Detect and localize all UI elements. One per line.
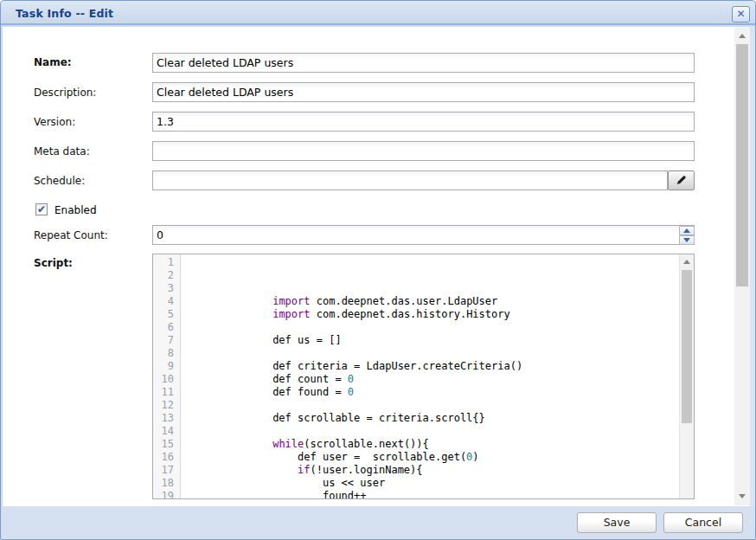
code-line[interactable]: found++ [185, 490, 679, 498]
enabled-label: Enabled [54, 204, 97, 216]
code-line[interactable] [185, 399, 679, 412]
line-number: 6 [153, 321, 180, 334]
code-line[interactable] [185, 321, 679, 334]
code-line[interactable]: us << user [185, 477, 679, 490]
line-number-gutter: 12345678910111213141516171819 [153, 254, 181, 498]
meta-data-input[interactable] [152, 141, 695, 161]
line-number: 19 [153, 490, 180, 499]
description-label: Description: [34, 87, 96, 99]
code-line[interactable]: def found = 0 [185, 386, 679, 399]
schedule-input[interactable] [152, 170, 668, 190]
dialog-scrollbar[interactable] [734, 28, 750, 505]
schedule-label: Schedule: [34, 175, 85, 187]
line-number: 8 [153, 347, 180, 360]
save-button[interactable]: Save [577, 512, 657, 533]
version-input[interactable] [152, 112, 695, 132]
code-line[interactable]: import com.deepnet.das.history.History [185, 308, 679, 321]
dialog-titlebar: Task Info -- Edit ✕ [1, 1, 755, 25]
line-number: 1 [153, 256, 180, 269]
dialog-title: Task Info -- Edit [16, 7, 113, 20]
script-label: Script: [34, 257, 73, 269]
code-line[interactable]: def criteria = LdapUser.createCriteria() [185, 360, 679, 373]
line-number: 18 [153, 477, 180, 490]
code-line[interactable] [185, 256, 679, 269]
task-info-edit-dialog: Task Info -- Edit ✕ Name: Description: V… [0, 0, 756, 540]
editor-scroll-up-icon[interactable] [680, 254, 694, 268]
editor-scrollbar[interactable] [679, 254, 694, 498]
line-number: 7 [153, 334, 180, 347]
script-editor[interactable]: 12345678910111213141516171819 import com… [152, 254, 695, 499]
code-line[interactable] [185, 347, 679, 360]
code-line[interactable]: def us = [] [185, 334, 679, 347]
pencil-icon [675, 173, 688, 189]
repeat-count-label: Repeat Count: [34, 229, 108, 241]
line-number: 11 [153, 386, 180, 399]
editor-scrollbar-thumb[interactable] [682, 270, 692, 423]
line-number: 5 [153, 308, 180, 321]
version-label: Version: [34, 116, 75, 128]
code-line[interactable]: def scrollable = criteria.scroll{} [185, 412, 679, 425]
schedule-edit-button[interactable] [668, 170, 695, 190]
line-number: 2 [153, 269, 180, 282]
line-number: 3 [153, 282, 180, 295]
line-number: 13 [153, 412, 180, 425]
code-line[interactable]: if(!user.loginName){ [185, 464, 679, 477]
cancel-button[interactable]: Cancel [663, 512, 743, 533]
dialog-scroll-up-icon[interactable] [734, 29, 750, 42]
line-number: 16 [153, 451, 180, 464]
line-number: 14 [153, 425, 180, 438]
close-icon[interactable]: ✕ [732, 6, 750, 22]
code-line[interactable]: import com.deepnet.das.user.LdapUser [185, 295, 679, 308]
line-number: 9 [153, 360, 180, 373]
line-number: 15 [153, 438, 180, 451]
line-number: 17 [153, 464, 180, 477]
spinner-up-icon[interactable] [679, 226, 695, 235]
code-line[interactable] [185, 282, 679, 295]
name-input[interactable] [152, 53, 695, 73]
enabled-checkbox[interactable]: ✔ [35, 203, 48, 215]
code-line[interactable]: while(scrollable.next()){ [185, 438, 679, 451]
line-number: 12 [153, 399, 180, 412]
repeat-count-input[interactable] [152, 225, 695, 245]
code-area[interactable]: import com.deepnet.das.user.LdapUser imp… [182, 254, 679, 498]
dialog-scrollbar-thumb[interactable] [736, 44, 748, 286]
code-line[interactable] [185, 269, 679, 282]
spinner-down-icon[interactable] [679, 235, 695, 245]
dialog-scroll-down-icon[interactable] [734, 490, 750, 502]
repeat-count-stepper [679, 226, 695, 245]
name-label: Name: [34, 56, 72, 68]
code-line[interactable] [185, 425, 679, 438]
code-line[interactable]: def count = 0 [185, 373, 679, 386]
description-input[interactable] [152, 82, 695, 102]
checkbox-check-icon: ✔ [37, 203, 46, 215]
body-right-margin [750, 27, 756, 506]
meta-data-label: Meta data: [34, 145, 90, 158]
line-number: 10 [153, 373, 180, 386]
line-number: 4 [153, 295, 180, 308]
code-line[interactable]: def user = scrollable.get(0) [185, 451, 679, 464]
